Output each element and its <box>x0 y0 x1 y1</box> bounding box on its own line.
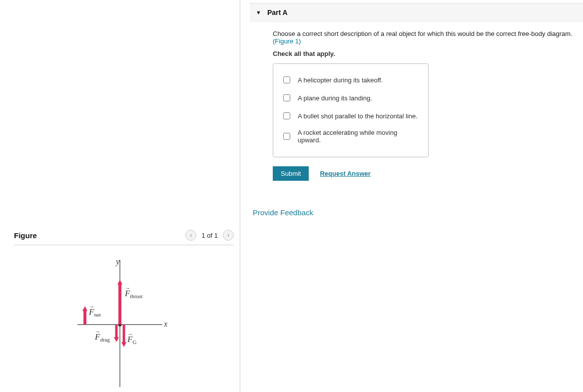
answer-options-box: A helicopter during its takeoff. A plane… <box>273 63 429 157</box>
figure-title: Figure <box>14 231 37 240</box>
submit-button[interactable]: Submit <box>273 166 309 181</box>
option-checkbox-3[interactable] <box>283 112 290 119</box>
part-title: Part A <box>267 8 288 16</box>
panel-divider <box>240 0 240 392</box>
axis-label-x: x <box>164 320 167 329</box>
label-f-thrust: → Fthrust <box>125 289 142 299</box>
part-header[interactable]: ▼ Part A <box>250 3 583 22</box>
option-checkbox-2[interactable] <box>283 94 290 101</box>
option-label: A plane during its landing. <box>298 94 372 102</box>
figure-nav: ‹ 1 of 1 › <box>185 230 234 241</box>
request-answer-link[interactable]: Request Answer <box>320 170 370 177</box>
free-body-diagram: y x → Fthrust → Fnet → Fdrag → FG <box>25 250 200 390</box>
label-f-net: → Fnet <box>89 307 101 318</box>
collapse-caret-icon: ▼ <box>256 9 261 15</box>
option-label: A rocket accelerating while moving upwar… <box>298 129 420 144</box>
option-row[interactable]: A plane during its landing. <box>281 89 420 107</box>
figure-page-indicator: 1 of 1 <box>201 232 218 239</box>
label-f-g: → FG <box>127 335 136 345</box>
provide-feedback-link[interactable]: Provide Feedback <box>253 208 583 217</box>
figure-prev-button[interactable]: ‹ <box>185 230 196 241</box>
figure-header: Figure ‹ 1 of 1 › <box>14 230 234 245</box>
option-checkbox-4[interactable] <box>283 133 290 140</box>
option-row[interactable]: A rocket accelerating while moving upwar… <box>281 125 420 148</box>
figure-next-button[interactable]: › <box>223 230 234 241</box>
question-text: Choose a correct short description of a … <box>273 30 583 37</box>
label-f-drag: → Fdrag <box>95 332 110 343</box>
option-label: A helicopter during its takeoff. <box>298 76 383 84</box>
option-row[interactable]: A bullet shot parallel to the horizontal… <box>281 107 420 125</box>
option-label: A bullet shot parallel to the horizontal… <box>298 112 418 120</box>
check-all-label: Check all that apply. <box>273 50 583 57</box>
option-checkbox-1[interactable] <box>283 76 290 83</box>
axis-label-y: y <box>116 257 119 266</box>
figure-reference-link[interactable]: (Figure 1) <box>273 37 583 45</box>
option-row[interactable]: A helicopter during its takeoff. <box>281 71 420 89</box>
